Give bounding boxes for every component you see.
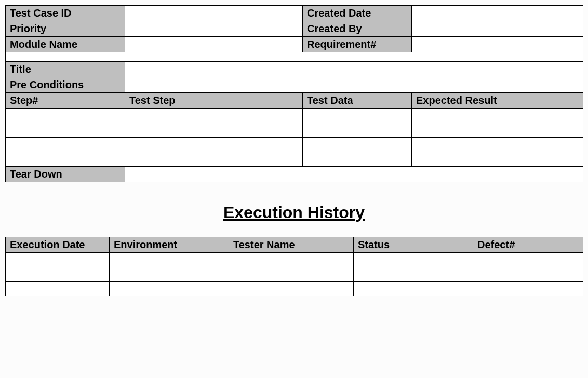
status-header: Status bbox=[354, 237, 473, 253]
preconditions-label: Pre Conditions bbox=[6, 77, 125, 93]
priority-value[interactable] bbox=[125, 21, 303, 37]
created-by-label: Created By bbox=[303, 21, 412, 37]
expected-cell[interactable] bbox=[412, 152, 583, 167]
table-row bbox=[6, 267, 583, 282]
test-step-cell[interactable] bbox=[125, 152, 303, 167]
expected-header: Expected Result bbox=[412, 93, 583, 109]
tester-header: Tester Name bbox=[229, 237, 354, 253]
exec-date-cell[interactable] bbox=[6, 282, 110, 296]
teardown-label: Tear Down bbox=[6, 167, 125, 182]
environment-header: Environment bbox=[110, 237, 229, 253]
table-row bbox=[6, 109, 583, 123]
title-label: Title bbox=[6, 62, 125, 77]
created-date-value[interactable] bbox=[412, 6, 583, 21]
expected-cell[interactable] bbox=[412, 123, 583, 138]
requirement-label: Requirement# bbox=[303, 37, 412, 52]
created-by-value[interactable] bbox=[412, 21, 583, 37]
test-data-cell[interactable] bbox=[303, 109, 412, 123]
teardown-value[interactable] bbox=[125, 167, 583, 182]
test-case-id-label: Test Case ID bbox=[6, 6, 125, 21]
test-data-cell[interactable] bbox=[303, 152, 412, 167]
step-num-cell[interactable] bbox=[6, 109, 125, 123]
test-step-header: Test Step bbox=[125, 93, 303, 109]
module-name-value[interactable] bbox=[125, 37, 303, 52]
expected-cell[interactable] bbox=[412, 138, 583, 152]
table-row bbox=[6, 123, 583, 138]
execution-history-table: Execution Date Environment Tester Name S… bbox=[5, 237, 583, 296]
preconditions-value[interactable] bbox=[125, 77, 583, 93]
test-case-id-value[interactable] bbox=[125, 6, 303, 21]
test-data-cell[interactable] bbox=[303, 123, 412, 138]
defect-cell[interactable] bbox=[473, 253, 583, 267]
status-cell[interactable] bbox=[354, 253, 473, 267]
module-name-label: Module Name bbox=[6, 37, 125, 52]
spacer-row bbox=[6, 52, 583, 62]
tester-cell[interactable] bbox=[229, 282, 354, 296]
step-num-cell[interactable] bbox=[6, 123, 125, 138]
priority-label: Priority bbox=[6, 21, 125, 37]
test-step-cell[interactable] bbox=[125, 138, 303, 152]
step-num-cell[interactable] bbox=[6, 152, 125, 167]
defect-header: Defect# bbox=[473, 237, 583, 253]
status-cell[interactable] bbox=[354, 267, 473, 282]
execution-history-title: Execution History bbox=[5, 203, 583, 222]
created-date-label: Created Date bbox=[303, 6, 412, 21]
test-step-cell[interactable] bbox=[125, 109, 303, 123]
requirement-value[interactable] bbox=[412, 37, 583, 52]
test-case-table: Test Case ID Created Date Priority Creat… bbox=[5, 5, 583, 182]
expected-cell[interactable] bbox=[412, 109, 583, 123]
test-step-cell[interactable] bbox=[125, 123, 303, 138]
tester-cell[interactable] bbox=[229, 267, 354, 282]
status-cell[interactable] bbox=[354, 282, 473, 296]
environment-cell[interactable] bbox=[110, 253, 229, 267]
tester-cell[interactable] bbox=[229, 253, 354, 267]
defect-cell[interactable] bbox=[473, 282, 583, 296]
table-row bbox=[6, 282, 583, 296]
exec-date-header: Execution Date bbox=[6, 237, 110, 253]
table-row bbox=[6, 253, 583, 267]
table-row bbox=[6, 152, 583, 167]
table-row bbox=[6, 138, 583, 152]
defect-cell[interactable] bbox=[473, 267, 583, 282]
step-num-cell[interactable] bbox=[6, 138, 125, 152]
test-data-header: Test Data bbox=[303, 93, 412, 109]
exec-date-cell[interactable] bbox=[6, 253, 110, 267]
title-value[interactable] bbox=[125, 62, 583, 77]
step-num-header: Step# bbox=[6, 93, 125, 109]
test-data-cell[interactable] bbox=[303, 138, 412, 152]
environment-cell[interactable] bbox=[110, 282, 229, 296]
exec-date-cell[interactable] bbox=[6, 267, 110, 282]
environment-cell[interactable] bbox=[110, 267, 229, 282]
